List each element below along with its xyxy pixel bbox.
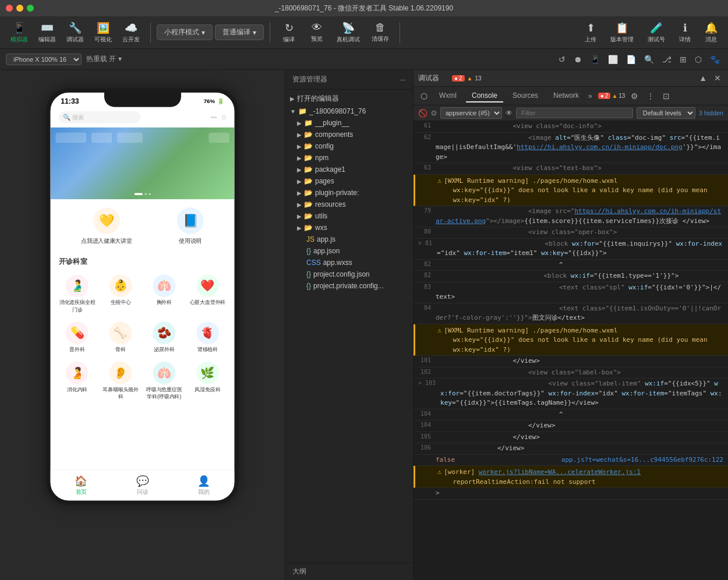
tab-wxml[interactable]: Wxml [433,90,462,102]
dept-icon-gastro: 🫃 [66,274,89,297]
clearcache-btn[interactable]: 🗑 清缓存 [367,19,394,45]
editor-btn[interactable]: ⌨️ 编辑器 [34,19,61,46]
cloud-icon: ☁️ [125,22,137,34]
record-icon[interactable]: ⏺ [571,54,584,65]
tab-network[interactable]: Network [547,90,585,102]
health-icon: 💛 [93,207,120,234]
dept-thorax[interactable]: 🫁 胸外科 [146,274,183,313]
more-tabs-icon[interactable]: » [588,92,592,100]
upload-btn[interactable]: ⬆ 上传 [580,19,601,46]
guide-icon: 📘 [177,207,204,234]
realdev-btn[interactable]: 📡 真机调试 [332,19,365,46]
message-btn[interactable]: 🔔 消息 [700,19,722,46]
dual-icon[interactable]: ⬜ [606,54,620,65]
console-line-61: 61 <view class="doc-info"> [414,121,728,133]
service-selector[interactable]: appservice (#5) [440,107,502,119]
console-settings-icon[interactable]: ⊙ [431,109,437,117]
settings-icon[interactable]: ⚙ [628,90,641,102]
file-item-utils[interactable]: ▶ 📂 utils [285,210,413,222]
minimize-button[interactable] [16,5,23,12]
detail-btn[interactable]: ℹ 详情 [674,19,695,46]
crop-icon[interactable]: ⬡ [692,54,704,65]
level-selector[interactable]: Default levels [637,107,695,119]
file-item-plugin-private[interactable]: ▶ 📂 plugin-private: [285,187,413,199]
file-item-projectprivate[interactable]: {} project.private.config... [285,280,413,292]
mode-selector[interactable]: 小程序模式 ▾ [157,24,213,40]
dept-kidney[interactable]: 🫀 肾移植科 [189,321,226,353]
close-debug-icon[interactable]: ✕ [712,72,723,84]
dept-rheum[interactable]: 🌿 风湿免疫科 [189,362,226,401]
file-item-appjs[interactable]: JS app.js [285,234,413,245]
cloud-btn[interactable]: ☁️ 云开发 [118,19,144,46]
clear-console-icon[interactable]: 🚫 [418,109,427,118]
search-icon[interactable]: 🔍 [642,54,656,65]
console-filter-input[interactable] [516,108,633,118]
version-btn[interactable]: 📋 版本管理 [606,19,638,46]
quick-action-guide[interactable]: 📘 使用说明 [177,207,204,245]
branch-icon[interactable]: ⎇ [660,54,674,65]
file-item-wxs[interactable]: ▶ 📂 wxs [285,222,413,234]
debugger-btn[interactable]: 🔧 调试器 [62,19,89,46]
dept-repro[interactable]: 👶 生殖中心 [102,274,139,313]
file-item-package1[interactable]: ▶ 📂 package1 [285,164,413,175]
dept-general[interactable]: 💊 普外科 [59,321,96,353]
console-caret-line[interactable]: > [414,488,728,500]
nav-mine[interactable]: 👤 我的 [173,471,234,501]
file-item-pages[interactable]: ▶ 📂 pages [285,175,413,187]
file-item-config[interactable]: ▶ 📂 config [285,140,413,152]
inspect-icon[interactable]: ⬡ [418,90,430,102]
search-input-area[interactable]: 🔍 搜索 [59,111,141,123]
window-controls[interactable] [6,5,34,12]
refresh-icon[interactable]: ↺ [556,54,568,65]
file-item-resources[interactable]: ▶ 📂 resources [285,199,413,210]
console-line-82-caret: 82 ^ [414,260,728,271]
expand-up-icon[interactable]: ▲ [697,72,709,84]
outline-label: 大纲 [292,567,306,577]
scan-icon[interactable]: ⊙ [221,114,227,121]
console-line-62: 62 <image alt="医生头像" class="doc-img" src… [414,133,728,164]
quick-action-health[interactable]: 💛 点我进入健康大讲堂 [81,207,132,245]
tab-sources[interactable]: Sources [507,90,544,102]
simulator-btn[interactable]: 📱 模拟器 [6,19,33,46]
file-item-plugin[interactable]: ▶ 📁 __plugin__ [285,117,413,129]
tab-console[interactable]: Console [466,90,503,102]
main-area: 11:33 76% 🔋 🔍 搜索 [0,70,728,580]
main-nav-group: 📱 模拟器 ⌨️ 编辑器 🔧 调试器 🖼️ 可视化 ☁️ 云开发 [6,19,144,46]
clear-icon[interactable]: 🐾 [708,54,722,65]
visualize-btn[interactable]: 🖼️ 可视化 [90,19,116,46]
root-folder[interactable]: ▼ 📁 _-1800698071_76 [285,105,413,117]
device-selector[interactable]: iPhone X 100% 16 [6,54,82,65]
nav-consult[interactable]: 💬 问诊 [112,471,173,501]
close-button[interactable] [6,5,13,12]
phone-icon[interactable]: 📱 [588,54,602,65]
test-btn[interactable]: 🧪 测试号 [643,19,670,46]
nav-home[interactable]: 🏠 首页 [51,471,112,501]
dept-urology[interactable]: 🫘 泌尿外科 [146,321,183,353]
grid-icon[interactable]: ⊞ [677,54,689,65]
file-item-projectconfig[interactable]: {} project.config.json [285,268,413,280]
phone-content[interactable]: 🔍 搜索 ••• ⊙ [51,107,235,484]
dept-cardio[interactable]: ❤️ 心脏大血管外科 [189,274,226,313]
file-panel-more[interactable]: ··· [400,76,406,84]
file-item-npm[interactable]: ▶ 📂 npm [285,152,413,164]
file-icon[interactable]: 📄 [624,54,638,65]
open-editors-header[interactable]: ▶ 打开的编辑器 [285,92,413,105]
preview-btn[interactable]: 👁 预览 [304,19,330,45]
more-icon[interactable]: ••• [210,114,217,121]
dept-ent[interactable]: 👂 耳鼻咽喉头颈外科 [102,362,139,401]
vertical-dots-icon[interactable]: ⋮ [644,90,657,102]
dept-gastro[interactable]: 🫃 消化道疾病全程门诊 [59,274,96,313]
warn-count: 13 [475,75,482,82]
maximize-button[interactable] [27,5,34,12]
file-item-components[interactable]: ▶ 📂 components [285,129,413,140]
dock-icon[interactable]: ⊡ [660,90,672,102]
dept-gi[interactable]: 🫄 消化内科 [59,362,96,401]
compile-action-btn[interactable]: ↻ 编译 [276,19,302,46]
debug-counts: ● 2 ▲ 13 [452,75,482,82]
dept-pulmo[interactable]: 🫁 呼吸与危重症医学科(呼吸内科) [146,362,183,401]
dept-ortho[interactable]: 🦴 骨科 [102,321,139,353]
eye-icon[interactable]: 👁 [506,109,513,117]
compile-mode-selector[interactable]: 普通编译 ▾ [215,24,264,40]
file-item-appwxss[interactable]: CSS app.wxss [285,257,413,268]
file-item-appjson[interactable]: {} app.json [285,245,413,257]
